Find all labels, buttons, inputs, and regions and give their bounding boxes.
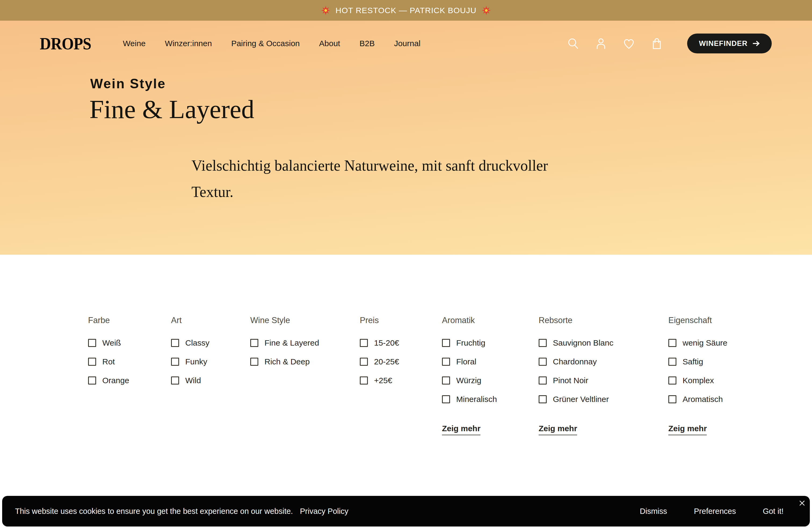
filter-group-title: Rebsorte (539, 316, 613, 325)
filter-group-wine-style: Wine Style Fine & Layered Rich & Deep (250, 316, 319, 376)
filter-group-farbe: Farbe Weiß Rot Orange (88, 316, 129, 395)
checkbox[interactable] (442, 395, 450, 403)
filter-option[interactable]: Weiß (88, 338, 129, 347)
filter-group-eigenschaft: Eigenschaft wenig Säure Saftig Komplex A… (668, 316, 727, 435)
checkbox[interactable] (539, 376, 547, 385)
filter-group-rebsorte: Rebsorte Sauvignon Blanc Chardonnay Pino… (539, 316, 613, 435)
checkbox[interactable] (539, 339, 547, 347)
filter-group-title: Preis (360, 316, 399, 325)
nav-item-pairing-occasion[interactable]: Pairing & Occasion (231, 39, 300, 48)
cookie-message: This website uses cookies to ensure you … (15, 507, 293, 516)
filter-group-art: Art Classy Funky Wild (171, 316, 209, 395)
explosion-emoji-icon (321, 6, 330, 15)
filter-option[interactable]: Komplex (668, 376, 727, 385)
filter-option[interactable]: Classy (171, 338, 209, 347)
checkbox[interactable] (360, 376, 368, 385)
promo-text: HOT RESTOCK — PATRICK BOUJU (336, 6, 477, 15)
filter-group-preis: Preis 15-20€ 20-25€ +25€ (360, 316, 399, 395)
filter-option[interactable]: Aromatisch (668, 395, 727, 403)
filter-option[interactable]: wenig Säure (668, 338, 727, 347)
filter-option[interactable]: Sauvignon Blanc (539, 338, 613, 347)
nav-item-about[interactable]: About (319, 39, 340, 48)
filter-group-title: Art (171, 316, 209, 325)
filter-option[interactable]: Mineralisch (442, 395, 497, 403)
main-nav: Weine Winzer:innen Pairing & Occasion Ab… (123, 39, 420, 48)
search-icon[interactable] (567, 37, 579, 50)
filter-option[interactable]: Rot (88, 358, 129, 366)
checkbox[interactable] (171, 376, 179, 385)
filter-option[interactable]: Fruchtig (442, 338, 497, 347)
filter-option[interactable]: Orange (88, 376, 129, 385)
user-icon[interactable] (595, 37, 607, 50)
filter-option[interactable]: 20-25€ (360, 358, 399, 366)
checkbox[interactable] (668, 376, 677, 385)
checkbox[interactable] (171, 339, 179, 347)
cookie-banner: This website uses cookies to ensure you … (2, 496, 810, 526)
checkbox[interactable] (250, 339, 258, 347)
checkbox[interactable] (360, 358, 368, 366)
filter-option[interactable]: Fine & Layered (250, 338, 319, 347)
filter-option[interactable]: Saftig (668, 358, 727, 366)
close-icon[interactable] (799, 500, 806, 507)
filter-group-title: Wine Style (250, 316, 319, 325)
filter-group-aromatik: Aromatik Fruchtig Floral Würzig Minerali… (442, 316, 497, 435)
filter-option[interactable]: +25€ (360, 376, 399, 385)
filter-group-title: Farbe (88, 316, 129, 325)
filter-option[interactable]: Rich & Deep (250, 358, 319, 366)
nav-item-b2b[interactable]: B2B (360, 39, 375, 48)
show-more-link[interactable]: Zeig mehr (442, 424, 480, 435)
show-more-link[interactable]: Zeig mehr (668, 424, 707, 435)
checkbox[interactable] (250, 358, 258, 366)
privacy-policy-link[interactable]: Privacy Policy (300, 507, 349, 516)
heart-icon[interactable] (623, 37, 635, 50)
checkbox[interactable] (668, 395, 677, 403)
filter-group-title: Aromatik (442, 316, 497, 325)
checkbox[interactable] (88, 358, 96, 366)
masthead: DROPS Weine Winzer:innen Pairing & Occas… (0, 21, 812, 66)
accept-button[interactable]: Got it! (763, 507, 784, 516)
preferences-button[interactable]: Preferences (694, 507, 736, 516)
page-title: Fine & Layered (89, 94, 254, 124)
checkbox[interactable] (88, 376, 96, 385)
filter-option[interactable]: Floral (442, 358, 497, 366)
logo[interactable]: DROPS (40, 34, 91, 53)
checkbox[interactable] (88, 339, 96, 347)
nav-item-journal[interactable]: Journal (394, 39, 420, 48)
filter-option[interactable]: Würzig (442, 376, 497, 385)
checkbox[interactable] (360, 339, 368, 347)
filter-option[interactable]: Grüner Veltliner (539, 395, 613, 403)
nav-item-winzerinnen[interactable]: Winzer:innen (165, 39, 212, 48)
explosion-emoji-icon (482, 6, 491, 15)
filter-option[interactable]: Wild (171, 376, 209, 385)
header-actions: WINEFINDER (567, 33, 772, 54)
filter-option[interactable]: Pinot Noir (539, 376, 613, 385)
show-more-link[interactable]: Zeig mehr (539, 424, 577, 435)
filter-option[interactable]: Chardonnay (539, 358, 613, 366)
checkbox[interactable] (668, 339, 677, 347)
filter-option[interactable]: 15-20€ (360, 338, 399, 347)
filter-group-title: Eigenschaft (668, 316, 727, 325)
cookie-actions: Dismiss Preferences Got it! (640, 496, 784, 526)
checkbox[interactable] (539, 395, 547, 403)
hero-eyebrow: Wein Style (90, 76, 166, 91)
checkbox[interactable] (442, 339, 450, 347)
checkbox[interactable] (668, 358, 677, 366)
checkbox[interactable] (539, 358, 547, 366)
filter-option[interactable]: Funky (171, 358, 209, 366)
hero-description: Vielschichtig balancierte Naturweine, mi… (191, 152, 576, 205)
checkbox[interactable] (442, 358, 450, 366)
checkbox[interactable] (442, 376, 450, 385)
dismiss-button[interactable]: Dismiss (640, 507, 667, 516)
promo-banner: HOT RESTOCK — PATRICK BOUJU (0, 0, 812, 21)
shopping-bag-icon[interactable] (651, 37, 663, 50)
nav-item-weine[interactable]: Weine (123, 39, 146, 48)
winefinder-label: WINEFINDER (699, 40, 748, 48)
checkbox[interactable] (171, 358, 179, 366)
arrow-right-icon (752, 40, 760, 47)
winefinder-button[interactable]: WINEFINDER (687, 33, 772, 54)
